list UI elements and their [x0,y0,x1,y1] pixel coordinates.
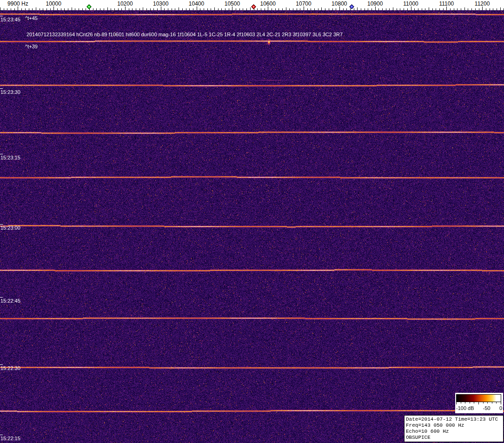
time-label: 15:23:30 [0,89,20,95]
db-tick [465,402,465,403]
freq-label: 10800 [332,0,347,7]
db-tick [474,402,474,403]
freq-label: 10200 [117,0,133,7]
freq-label: 10700 [296,0,311,7]
freq-tick [411,7,411,10]
red-marker-diamond-icon[interactable] [251,3,256,8]
time-tick [0,16,3,16]
db-label-max: 0 [499,405,502,411]
freq-tick [375,7,376,10]
time-tick [0,297,3,298]
time-tick [0,364,3,365]
freq-tick [268,7,268,10]
freq-label: 10600 [260,0,276,7]
time-label: 15:22:30 [0,365,20,371]
annotation-detection-record: 20140712132339164 hCnt26 nb-89 f10601 hi… [27,32,343,37]
db-tick [470,402,470,403]
db-tick [492,402,492,403]
blue-marker-diamond-icon[interactable] [349,3,354,8]
db-tick [483,402,484,403]
freq-label: 9900 Hz [7,0,28,7]
time-tick [0,435,3,435]
freq-label: 11100 [439,0,454,7]
db-tick [487,402,488,403]
time-label: 15:23:00 [0,225,20,231]
freq-tick [304,7,304,10]
freq-tick [53,7,54,10]
db-gradient-bar [456,394,501,402]
meteor-echo-app: 9900 Hz100001020010300104001050010600107… [0,0,504,443]
freq-tick [446,7,447,10]
db-label-mid: -50 [483,405,491,411]
time-label: 15:22:15 [0,436,20,441]
frequency-ruler: 9900 Hz100001020010300104001050010600107… [0,0,504,10]
db-scale-legend: -100 dB -50 0 [455,393,503,413]
freq-label: 11000 [403,0,418,7]
freq-tick [232,7,232,10]
freq-tick [18,7,18,10]
info-station-line: OBSUPICE [406,435,502,441]
waterfall-panel: ^t+45 20140712132339164 hCnt26 nb-89 f10… [0,10,504,443]
annotation-cursor-t39: ^t+39 [25,44,38,49]
time-tick [0,154,3,154]
db-tick [501,402,501,404]
db-tick [496,402,497,403]
info-date-line: Date=2014-07-12 Time=13:23 UTC [406,417,502,423]
freq-tick [482,7,483,10]
freq-label: 10000 [46,0,61,7]
observation-info-box: Date=2014-07-12 Time=13:23 UTC Freq=143 … [404,415,504,442]
annotation-cursor-t45: ^t+45 [25,15,38,21]
info-echo-line: Echo=10 600 Hz [406,429,502,435]
spectrogram-canvas[interactable] [0,10,504,443]
freq-tick [197,7,197,10]
time-label: 15:23:45 [0,17,20,22]
freq-tick [161,7,161,10]
freq-label: 10500 [225,0,240,7]
db-label-min: -100 dB [456,405,474,411]
freq-tick [339,7,340,10]
info-freq-line: Freq=143 050 000 Hz [406,423,502,429]
db-tick [456,402,457,404]
freq-label: 10400 [189,0,204,7]
freq-tick [125,7,126,10]
db-tick [461,402,461,403]
time-label: 15:23:15 [0,155,20,160]
freq-label: 10900 [367,0,383,7]
time-tick [0,224,3,225]
time-label: 15:22:45 [0,298,20,304]
green-marker-diamond-icon[interactable] [86,3,92,8]
db-scale-ticks [456,402,501,405]
db-scale-labels: -100 dB -50 0 [455,405,503,411]
db-tick [478,402,479,404]
freq-label: 10300 [153,0,168,7]
freq-label: 11200 [475,0,490,7]
time-tick [0,88,3,89]
